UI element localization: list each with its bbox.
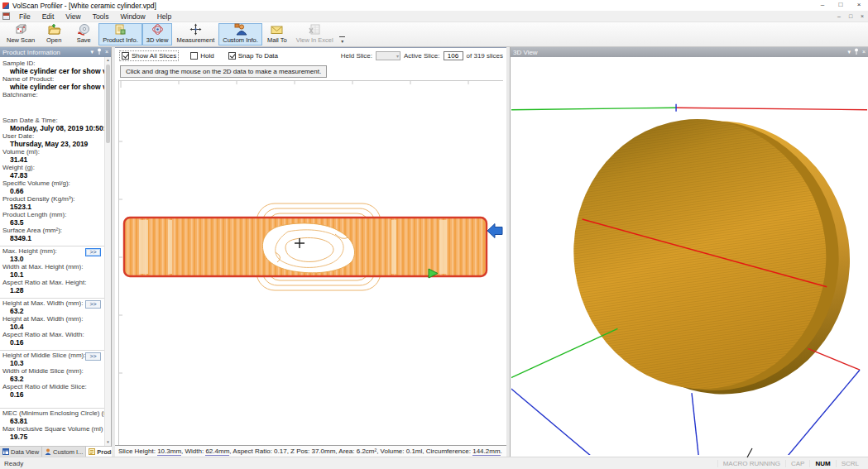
checkbox-box[interactable] (122, 52, 129, 60)
checkbox-label: Hold (200, 52, 213, 60)
product-fields: Sample ID: white cylinder cer for show v… (0, 57, 104, 446)
pin-icon[interactable] (854, 48, 859, 57)
field-value: white cylinder cer for show vspa (0, 68, 104, 76)
3d-view-button[interactable]: 3D view (142, 23, 173, 45)
product-field: Aspect Ratio at Max. Width: 0.16 (0, 331, 104, 347)
field-label: Batchname: (0, 91, 104, 99)
measurement-label: Measurement (176, 36, 214, 44)
open-button[interactable]: Open (39, 23, 69, 45)
scrollbar-thumb[interactable] (106, 65, 110, 143)
left-panel-scrollbar[interactable]: ▲ ▼ (104, 57, 111, 446)
menu-help[interactable]: Help (151, 12, 177, 21)
new-scan-icon (14, 23, 28, 36)
slice-checkboxes: Show All Slices Hold Snap To Data (120, 51, 280, 60)
field-value: 0.66 (0, 188, 104, 196)
active-slice-input[interactable] (444, 51, 463, 60)
excel-icon (308, 23, 322, 36)
slice-stat-text: , Width: (181, 447, 205, 455)
tab-data-view[interactable]: Data View (0, 447, 42, 457)
minimize-button[interactable]: – (813, 0, 832, 11)
combo-arrow-icon: ▾ (396, 53, 399, 59)
scroll-up-icon[interactable]: ▲ (105, 57, 111, 64)
slice-position-slider[interactable] (487, 224, 502, 238)
product-info-group: Scan Date & Time: Monday, July 08, 2019 … (0, 116, 104, 246)
view-in-excel-button[interactable]: View In Excel (292, 23, 338, 45)
3d-view-title: 3D View (513, 49, 538, 56)
field-label: Product Length (mm): (0, 211, 104, 219)
custom-info-button[interactable]: Custom Info. (218, 23, 262, 45)
field-value: 19.75 (0, 433, 104, 442)
mail-to-button[interactable]: Mail To (262, 23, 292, 45)
checkbox-label: Snap To Data (238, 52, 278, 60)
maximize-button[interactable]: □ (832, 0, 850, 11)
field-value: 63.81 (0, 418, 104, 426)
field-label: Sample ID: (0, 60, 104, 68)
save-disc-icon (77, 23, 91, 36)
menu-file[interactable]: File (13, 12, 36, 21)
tab-data-view-label: Data View (11, 448, 39, 456)
3d-canvas[interactable] (511, 57, 867, 456)
menu-tools[interactable]: Tools (87, 12, 115, 21)
status-indicator: SCRL (836, 460, 864, 467)
expand-measurement-button[interactable]: >> (85, 300, 101, 309)
product-field: Specific Volume (ml/g): 0.66 (0, 179, 104, 195)
field-label: Aspect Ratio at Max. Height: (0, 279, 104, 287)
toolbar-overflow-button[interactable]: ▾ (338, 23, 348, 45)
field-value: 0.16 (0, 391, 104, 400)
expand-measurement-button[interactable]: >> (85, 352, 101, 361)
scroll-down-icon[interactable]: ▼ (105, 439, 111, 446)
field-label: Aspect Ratio at Max. Width: (0, 331, 104, 339)
measurement-button[interactable]: Measurement (172, 23, 218, 45)
checkbox[interactable]: Show All Slices (120, 51, 178, 60)
field-label: Max Inclusive Square Volume (ml) : (0, 425, 104, 433)
checkbox[interactable]: Hold (189, 51, 215, 60)
mdi-minimize-button[interactable]: – (833, 11, 845, 22)
product-field: Scan Date & Time: Monday, July 08, 2019 … (0, 117, 104, 132)
document-icon[interactable] (2, 12, 10, 20)
menu-window[interactable]: Window (114, 12, 151, 21)
checkbox-box[interactable] (190, 52, 198, 60)
slice-stat-text: Slice Height: (118, 447, 157, 455)
panel-close-icon[interactable]: × (862, 48, 866, 56)
expand-measurement-button[interactable]: >> (85, 248, 101, 256)
active-slice-label: Active Slice: (404, 52, 440, 60)
3d-render (511, 57, 867, 455)
ceramic-cylinder-disc[interactable] (556, 99, 867, 413)
field-label: Name of Product: (0, 75, 104, 84)
product-information-header: Product Information ▾ × (0, 47, 111, 57)
product-field: Volume (ml): 31.41 (0, 148, 104, 164)
product-info-icon (113, 23, 127, 36)
field-value: 1.28 (0, 287, 104, 295)
field-value: 0.16 (0, 339, 104, 347)
product-info-button[interactable]: Product Info. (98, 23, 142, 45)
product-field: Product Density (Kg/m³): 1523.1 (0, 195, 104, 211)
2d-canvas[interactable] (118, 80, 503, 446)
panel-menu-icon[interactable]: ▾ (90, 48, 94, 56)
status-indicator: MACRO RUNNING (717, 460, 785, 467)
checkbox-box[interactable] (228, 52, 236, 60)
product-info-tab-icon (89, 448, 95, 455)
field-label: Width at Max. Height (mm): (0, 263, 104, 271)
product-field: Name of Product: white cylinder cer for … (0, 75, 104, 91)
product-information-panel: Product Information ▾ × Sample ID: white… (0, 47, 112, 457)
mdi-restore-button[interactable]: □ (845, 11, 856, 22)
close-button[interactable]: × (850, 0, 868, 11)
menu-view[interactable]: View (60, 12, 86, 21)
save-button[interactable]: Save (69, 23, 98, 45)
panel-close-icon[interactable]: × (105, 48, 108, 56)
product-info-label: Product Info. (103, 36, 138, 44)
menu-edit[interactable]: Edit (36, 12, 60, 21)
custom-info-icon (233, 23, 247, 36)
pin-icon[interactable] (97, 48, 102, 57)
checkbox[interactable]: Snap To Data (227, 51, 280, 60)
product-field: MEC (Minimum Enclosing Circle) (mm) : 63… (0, 409, 104, 425)
new-scan-button[interactable]: New Scan (2, 23, 39, 45)
field-value: 1523.1 (0, 203, 104, 212)
held-slice-combo[interactable]: ▾ (376, 51, 400, 60)
mdi-close-button[interactable]: × (856, 11, 868, 22)
held-slice-label: Held Slice: (341, 52, 372, 60)
status-indicator: CAP (785, 460, 809, 467)
panel-menu-icon[interactable]: ▾ (847, 48, 851, 56)
volscan-profiler-window: { "window": { "title": "VolScan Profiler… (0, 0, 868, 469)
tab-custom-info[interactable]: Custom I... (42, 447, 86, 457)
